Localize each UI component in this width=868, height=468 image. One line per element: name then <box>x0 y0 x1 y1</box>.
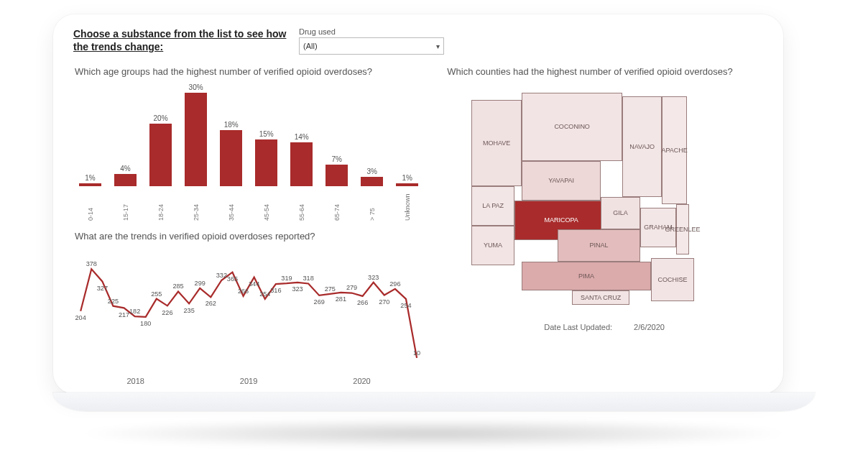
trend-point-label: 204 <box>75 314 86 321</box>
bar-category-label: 65-74 <box>333 189 341 221</box>
drug-filter-value: (All) <box>303 42 318 50</box>
bar-col: 18%35-44 <box>217 121 245 221</box>
county-greenlee[interactable]: GREENLEE <box>676 204 689 254</box>
drug-filter-label: Drug used <box>299 27 444 36</box>
bar-value-label: 3% <box>367 168 377 175</box>
bar-rect <box>185 93 207 186</box>
trend-point-label: 319 <box>281 275 292 282</box>
trend-point-label: 226 <box>162 308 172 316</box>
county-yuma[interactable]: YUMA <box>471 226 514 265</box>
age-bar-chart: 1%0-144%15-1720%18-2430%25-3418%35-4415%… <box>73 84 424 221</box>
bar-category-label: 55-64 <box>298 189 305 221</box>
trend-point-label: 275 <box>325 285 336 293</box>
county-map: MOHAVECOCONINONAVAJOAPACHEYAVAPAILA PAZM… <box>471 93 737 308</box>
trend-point-label: 327 <box>97 284 108 291</box>
trend-point-label: 316 <box>270 287 281 294</box>
bar-value-label: 18% <box>224 121 239 129</box>
bar-rect <box>361 177 383 186</box>
trend-point-label: 254 <box>259 290 270 298</box>
bar-col: 1%Unknown <box>393 174 421 221</box>
county-la-paz[interactable]: LA PAZ <box>471 186 514 226</box>
bar-value-label: 20% <box>154 114 168 122</box>
update-label: Date Last Updated: <box>544 323 612 331</box>
trend-point-label: 318 <box>303 275 314 282</box>
bar-col: 7%65-74 <box>323 155 351 221</box>
update-footer: Date Last Updated: 2/6/2020 <box>445 323 763 331</box>
chevron-down-icon: ▾ <box>436 42 440 50</box>
trend-point-label: 266 <box>238 288 249 295</box>
county-apache[interactable]: APACHE <box>662 96 687 204</box>
drug-filter-select[interactable]: (All) ▾ <box>299 37 444 55</box>
bar-value-label: 30% <box>189 83 203 91</box>
bar-value-label: 1% <box>402 174 412 182</box>
bar-category-label: 15-17 <box>122 189 129 221</box>
trend-point-label: 217 <box>119 311 129 318</box>
county-chart-title: Which counties had the highest number of… <box>447 66 763 78</box>
county-pima[interactable]: PIMA <box>522 262 651 290</box>
bar-col: 30%25-34 <box>182 83 210 221</box>
bar-rect <box>255 139 277 186</box>
bar-rect <box>396 183 418 186</box>
bar-value-label: 1% <box>85 174 95 182</box>
bar-category-label: 18-24 <box>157 189 165 221</box>
county-gila[interactable]: GILA <box>601 197 640 229</box>
trend-point-label: 279 <box>346 284 357 291</box>
trend-point-label: 323 <box>292 285 303 293</box>
bar-rect <box>79 183 101 186</box>
bar-col: 14%55-64 <box>287 133 315 221</box>
trend-point-label: 365 <box>227 275 238 283</box>
trend-point-label: 180 <box>140 320 151 327</box>
trend-point-label: 225 <box>108 297 119 304</box>
county-mohave[interactable]: MOHAVE <box>471 100 522 186</box>
bar-category-label: > 75 <box>369 189 376 221</box>
bar-value-label: 7% <box>332 155 342 163</box>
bar-category-label: 45-54 <box>263 189 270 221</box>
trend-point-label: 296 <box>389 280 400 288</box>
bar-value-label: 15% <box>259 130 274 138</box>
trend-point-label: 235 <box>183 306 194 313</box>
dashboard-frame: Choose a substance from the list to see … <box>53 14 783 394</box>
bar-value-label: 4% <box>120 165 130 173</box>
county-pinal[interactable]: PINAL <box>558 229 640 262</box>
trend-line-chart: 2043783272252171821802552262852352992623… <box>73 249 424 385</box>
county-yavapai[interactable]: YAVAPAI <box>522 161 601 201</box>
trend-x-tick: 2020 <box>353 377 370 385</box>
trend-point-label: 254 <box>400 302 411 309</box>
county-navajo[interactable]: NAVAJO <box>622 96 662 197</box>
bar-rect <box>290 142 313 186</box>
bar-rect <box>114 174 137 186</box>
drug-filter: Drug used (All) ▾ <box>299 27 444 55</box>
laptop-shadow <box>75 418 793 449</box>
trend-point-label: 266 <box>357 299 368 306</box>
trend-point-label: 344 <box>249 280 259 288</box>
trend-point-label: 262 <box>206 300 216 307</box>
bar-category-label: 0-14 <box>87 189 94 221</box>
bar-col: 1%0-14 <box>76 174 104 221</box>
trend-point-label: 255 <box>151 290 162 297</box>
county-coconino[interactable]: COCONINO <box>522 93 622 161</box>
trend-x-axis: 201820192020 <box>73 377 424 385</box>
update-value: 2/6/2020 <box>634 323 665 331</box>
county-santa-cruz[interactable]: SANTA CRUZ <box>572 290 629 305</box>
trend-point-label: 270 <box>379 298 389 306</box>
trend-point-label: 332 <box>216 271 227 278</box>
laptop-base <box>53 393 815 411</box>
trend-point-label: 269 <box>314 298 325 306</box>
bar-col: 3%> 75 <box>358 168 386 221</box>
trend-point-label: 323 <box>368 273 379 280</box>
trend-point-label: 10 <box>413 349 420 357</box>
trend-point-label: 299 <box>195 280 206 287</box>
bar-rect <box>220 130 242 186</box>
bar-rect <box>149 124 172 186</box>
trend-point-label: 182 <box>129 308 140 315</box>
prompt-text: Choose a substance from the list to see … <box>73 27 289 53</box>
bar-value-label: 14% <box>295 133 309 141</box>
bar-col: 15%45-54 <box>252 130 280 221</box>
trend-point-label: 285 <box>172 283 183 290</box>
bar-category-label: 35-44 <box>228 189 235 221</box>
bar-category-label: Unknown <box>404 189 411 221</box>
trend-point-label: 378 <box>86 260 97 267</box>
trend-line-svg: 2043783272252171821802552262852352992623… <box>73 249 424 371</box>
county-cochise[interactable]: COCHISE <box>651 258 694 301</box>
trend-x-tick: 2019 <box>240 377 257 385</box>
